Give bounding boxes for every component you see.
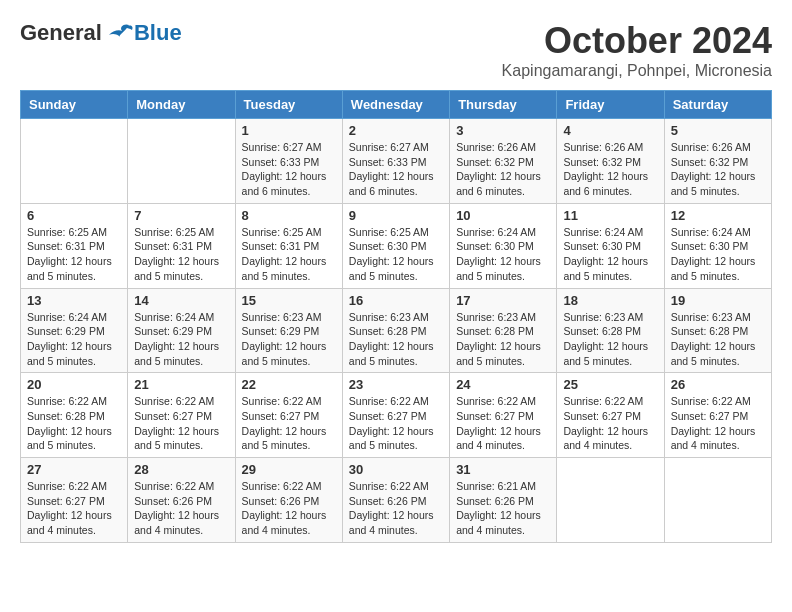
day-info: Sunrise: 6:25 AM Sunset: 6:31 PM Dayligh…: [134, 225, 228, 284]
day-info: Sunrise: 6:25 AM Sunset: 6:30 PM Dayligh…: [349, 225, 443, 284]
calendar-cell: 12Sunrise: 6:24 AM Sunset: 6:30 PM Dayli…: [664, 203, 771, 288]
logo-blue-text: Blue: [134, 20, 182, 46]
calendar-cell: 6Sunrise: 6:25 AM Sunset: 6:31 PM Daylig…: [21, 203, 128, 288]
calendar-cell: [557, 458, 664, 543]
day-info: Sunrise: 6:22 AM Sunset: 6:27 PM Dayligh…: [563, 394, 657, 453]
day-number: 31: [456, 462, 550, 477]
calendar-cell: 21Sunrise: 6:22 AM Sunset: 6:27 PM Dayli…: [128, 373, 235, 458]
calendar-cell: 28Sunrise: 6:22 AM Sunset: 6:26 PM Dayli…: [128, 458, 235, 543]
day-info: Sunrise: 6:24 AM Sunset: 6:30 PM Dayligh…: [671, 225, 765, 284]
calendar-cell: 4Sunrise: 6:26 AM Sunset: 6:32 PM Daylig…: [557, 119, 664, 204]
calendar-cell: 7Sunrise: 6:25 AM Sunset: 6:31 PM Daylig…: [128, 203, 235, 288]
day-info: Sunrise: 6:26 AM Sunset: 6:32 PM Dayligh…: [563, 140, 657, 199]
day-info: Sunrise: 6:22 AM Sunset: 6:27 PM Dayligh…: [27, 479, 121, 538]
day-info: Sunrise: 6:25 AM Sunset: 6:31 PM Dayligh…: [27, 225, 121, 284]
header-wednesday: Wednesday: [342, 91, 449, 119]
day-info: Sunrise: 6:23 AM Sunset: 6:28 PM Dayligh…: [456, 310, 550, 369]
day-info: Sunrise: 6:24 AM Sunset: 6:29 PM Dayligh…: [27, 310, 121, 369]
day-info: Sunrise: 6:23 AM Sunset: 6:28 PM Dayligh…: [349, 310, 443, 369]
header-tuesday: Tuesday: [235, 91, 342, 119]
month-title: October 2024: [502, 20, 772, 62]
day-info: Sunrise: 6:24 AM Sunset: 6:30 PM Dayligh…: [456, 225, 550, 284]
day-info: Sunrise: 6:23 AM Sunset: 6:29 PM Dayligh…: [242, 310, 336, 369]
day-number: 21: [134, 377, 228, 392]
header-friday: Friday: [557, 91, 664, 119]
calendar-week-2: 6Sunrise: 6:25 AM Sunset: 6:31 PM Daylig…: [21, 203, 772, 288]
calendar-cell: [128, 119, 235, 204]
day-number: 30: [349, 462, 443, 477]
day-info: Sunrise: 6:27 AM Sunset: 6:33 PM Dayligh…: [242, 140, 336, 199]
calendar-cell: 8Sunrise: 6:25 AM Sunset: 6:31 PM Daylig…: [235, 203, 342, 288]
logo-bird-icon: [104, 21, 134, 45]
day-info: Sunrise: 6:22 AM Sunset: 6:27 PM Dayligh…: [671, 394, 765, 453]
day-info: Sunrise: 6:22 AM Sunset: 6:26 PM Dayligh…: [242, 479, 336, 538]
calendar-cell: 14Sunrise: 6:24 AM Sunset: 6:29 PM Dayli…: [128, 288, 235, 373]
day-info: Sunrise: 6:23 AM Sunset: 6:28 PM Dayligh…: [563, 310, 657, 369]
day-number: 2: [349, 123, 443, 138]
day-number: 26: [671, 377, 765, 392]
day-info: Sunrise: 6:22 AM Sunset: 6:28 PM Dayligh…: [27, 394, 121, 453]
calendar-cell: [21, 119, 128, 204]
calendar-cell: 24Sunrise: 6:22 AM Sunset: 6:27 PM Dayli…: [450, 373, 557, 458]
day-number: 4: [563, 123, 657, 138]
location: Kapingamarangi, Pohnpei, Micronesia: [502, 62, 772, 80]
day-number: 18: [563, 293, 657, 308]
logo: General Blue: [20, 20, 182, 46]
calendar-cell: 25Sunrise: 6:22 AM Sunset: 6:27 PM Dayli…: [557, 373, 664, 458]
day-info: Sunrise: 6:23 AM Sunset: 6:28 PM Dayligh…: [671, 310, 765, 369]
day-info: Sunrise: 6:26 AM Sunset: 6:32 PM Dayligh…: [456, 140, 550, 199]
day-info: Sunrise: 6:25 AM Sunset: 6:31 PM Dayligh…: [242, 225, 336, 284]
calendar-cell: 18Sunrise: 6:23 AM Sunset: 6:28 PM Dayli…: [557, 288, 664, 373]
day-info: Sunrise: 6:22 AM Sunset: 6:27 PM Dayligh…: [456, 394, 550, 453]
title-area: October 2024 Kapingamarangi, Pohnpei, Mi…: [502, 20, 772, 80]
calendar-cell: 19Sunrise: 6:23 AM Sunset: 6:28 PM Dayli…: [664, 288, 771, 373]
calendar-cell: [664, 458, 771, 543]
calendar-cell: 26Sunrise: 6:22 AM Sunset: 6:27 PM Dayli…: [664, 373, 771, 458]
day-number: 23: [349, 377, 443, 392]
header-thursday: Thursday: [450, 91, 557, 119]
day-number: 7: [134, 208, 228, 223]
day-number: 14: [134, 293, 228, 308]
day-info: Sunrise: 6:26 AM Sunset: 6:32 PM Dayligh…: [671, 140, 765, 199]
calendar-cell: 23Sunrise: 6:22 AM Sunset: 6:27 PM Dayli…: [342, 373, 449, 458]
calendar-cell: 3Sunrise: 6:26 AM Sunset: 6:32 PM Daylig…: [450, 119, 557, 204]
calendar-header-row: SundayMondayTuesdayWednesdayThursdayFrid…: [21, 91, 772, 119]
calendar-table: SundayMondayTuesdayWednesdayThursdayFrid…: [20, 90, 772, 543]
day-info: Sunrise: 6:24 AM Sunset: 6:30 PM Dayligh…: [563, 225, 657, 284]
calendar-cell: 9Sunrise: 6:25 AM Sunset: 6:30 PM Daylig…: [342, 203, 449, 288]
logo-general: General: [20, 20, 102, 46]
calendar-cell: 29Sunrise: 6:22 AM Sunset: 6:26 PM Dayli…: [235, 458, 342, 543]
calendar-cell: 31Sunrise: 6:21 AM Sunset: 6:26 PM Dayli…: [450, 458, 557, 543]
day-number: 29: [242, 462, 336, 477]
calendar-cell: 13Sunrise: 6:24 AM Sunset: 6:29 PM Dayli…: [21, 288, 128, 373]
day-number: 6: [27, 208, 121, 223]
day-number: 16: [349, 293, 443, 308]
day-number: 27: [27, 462, 121, 477]
calendar-cell: 27Sunrise: 6:22 AM Sunset: 6:27 PM Dayli…: [21, 458, 128, 543]
day-info: Sunrise: 6:22 AM Sunset: 6:26 PM Dayligh…: [134, 479, 228, 538]
day-number: 9: [349, 208, 443, 223]
day-number: 3: [456, 123, 550, 138]
day-info: Sunrise: 6:27 AM Sunset: 6:33 PM Dayligh…: [349, 140, 443, 199]
calendar-cell: 10Sunrise: 6:24 AM Sunset: 6:30 PM Dayli…: [450, 203, 557, 288]
day-number: 1: [242, 123, 336, 138]
header-saturday: Saturday: [664, 91, 771, 119]
day-info: Sunrise: 6:22 AM Sunset: 6:27 PM Dayligh…: [242, 394, 336, 453]
day-info: Sunrise: 6:21 AM Sunset: 6:26 PM Dayligh…: [456, 479, 550, 538]
day-info: Sunrise: 6:24 AM Sunset: 6:29 PM Dayligh…: [134, 310, 228, 369]
calendar-cell: 5Sunrise: 6:26 AM Sunset: 6:32 PM Daylig…: [664, 119, 771, 204]
calendar-cell: 11Sunrise: 6:24 AM Sunset: 6:30 PM Dayli…: [557, 203, 664, 288]
calendar-cell: 22Sunrise: 6:22 AM Sunset: 6:27 PM Dayli…: [235, 373, 342, 458]
calendar-cell: 20Sunrise: 6:22 AM Sunset: 6:28 PM Dayli…: [21, 373, 128, 458]
day-number: 24: [456, 377, 550, 392]
calendar-cell: 30Sunrise: 6:22 AM Sunset: 6:26 PM Dayli…: [342, 458, 449, 543]
calendar-cell: 1Sunrise: 6:27 AM Sunset: 6:33 PM Daylig…: [235, 119, 342, 204]
header-monday: Monday: [128, 91, 235, 119]
day-info: Sunrise: 6:22 AM Sunset: 6:27 PM Dayligh…: [349, 394, 443, 453]
calendar-week-5: 27Sunrise: 6:22 AM Sunset: 6:27 PM Dayli…: [21, 458, 772, 543]
page-header: General Blue October 2024 Kapingamarangi…: [20, 20, 772, 80]
calendar-cell: 15Sunrise: 6:23 AM Sunset: 6:29 PM Dayli…: [235, 288, 342, 373]
day-number: 8: [242, 208, 336, 223]
day-number: 25: [563, 377, 657, 392]
day-number: 22: [242, 377, 336, 392]
